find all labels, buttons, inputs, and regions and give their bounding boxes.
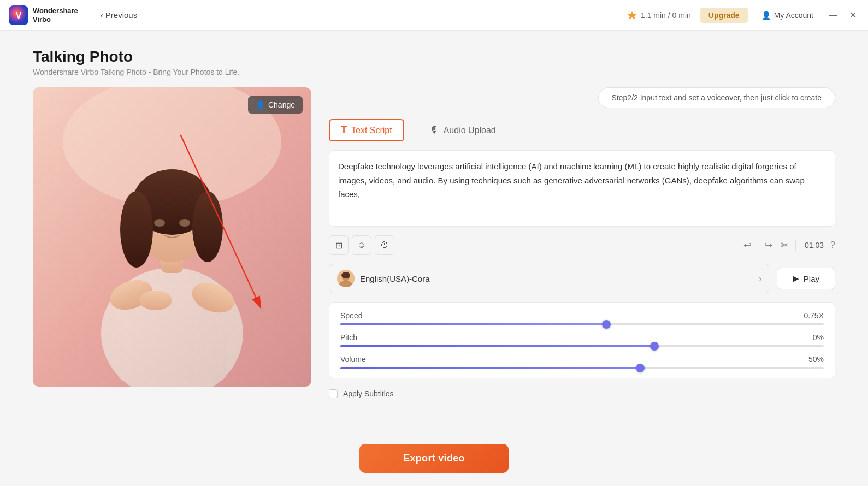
scissor-icon: ✂: [781, 240, 789, 251]
step-indicator: Step2/2 Input text and set a voiceover, …: [598, 87, 835, 108]
svg-point-22: [341, 272, 350, 278]
svg-text:V: V: [16, 11, 22, 20]
usage-area: 1.1 min / 0 min: [627, 10, 691, 21]
undo-icon: ↩: [743, 239, 752, 251]
redo-icon: ↪: [764, 239, 772, 251]
script-text: Deepfake technology leverages artificial…: [338, 159, 826, 201]
export-button[interactable]: Export video: [359, 444, 509, 473]
voice-name: English(USA)-Cora: [360, 274, 753, 283]
timer-icon: ⏱: [380, 240, 389, 250]
speed-slider[interactable]: [340, 323, 824, 325]
svg-point-12: [154, 219, 165, 227]
account-label: My Account: [774, 11, 813, 20]
toolbar-actions: ↩ ↪ ✂ 01:03 ?: [739, 237, 835, 253]
person-icon: 👤: [256, 100, 265, 109]
right-panel: Step2/2 Input text and set a voiceover, …: [329, 87, 835, 435]
account-icon: 👤: [761, 11, 771, 20]
main-content: Talking Photo Wondershare Virbo Talking …: [0, 31, 868, 486]
volume-slider[interactable]: [340, 367, 824, 369]
toolbar-timer-btn[interactable]: ⏱: [375, 235, 394, 255]
toolbar-emoji-btn[interactable]: ☺: [352, 235, 371, 255]
previous-label: Previous: [105, 10, 137, 20]
chevron-left-icon: ‹: [101, 10, 103, 20]
previous-button[interactable]: ‹ Previous: [96, 8, 141, 22]
app-name-line2: Virbo: [33, 15, 78, 24]
toolbar-text-btn[interactable]: ⊡: [329, 235, 349, 255]
photo-image: [33, 87, 311, 387]
clear-button[interactable]: ✂: [781, 239, 789, 251]
close-button[interactable]: ✕: [846, 9, 859, 22]
export-section: Export video: [33, 444, 835, 473]
help-icon[interactable]: ?: [830, 240, 835, 250]
toolbar-divider: [795, 240, 796, 251]
photo-panel: 👤 Change: [33, 87, 311, 435]
svg-point-10: [120, 191, 153, 268]
change-button[interactable]: 👤 Change: [248, 96, 303, 114]
subtitles-checkbox[interactable]: [329, 389, 338, 398]
toolbar-row: ⊡ ☺ ⏱ ↩ ↪ ✂: [329, 235, 835, 255]
page-subtitle: Wondershare Virbo Talking Photo - Bring …: [33, 68, 835, 76]
text-format-icon: ⊡: [335, 240, 343, 251]
volume-slider-row: Volume 50%: [340, 355, 824, 369]
pitch-slider-row: Pitch 0%: [340, 333, 824, 347]
play-icon: ▶: [793, 274, 799, 283]
tab-text-script[interactable]: T Text Script: [329, 119, 404, 141]
app-name-line1: Wondershare: [33, 7, 78, 15]
mic-icon: 🎙: [429, 125, 439, 136]
emoji-icon: ☺: [357, 240, 366, 250]
audio-upload-label: Audio Upload: [444, 126, 496, 135]
page-header: Talking Photo Wondershare Virbo Talking …: [33, 48, 835, 76]
voice-avatar-image: [337, 270, 355, 287]
svg-marker-2: [628, 11, 636, 20]
usage-icon: [627, 10, 637, 21]
text-icon: T: [341, 125, 347, 136]
page-title: Talking Photo: [33, 48, 835, 66]
usage-text: 1.1 min / 0 min: [641, 11, 691, 20]
logo-area: V Wondershare Virbo: [9, 5, 78, 25]
volume-label: Volume: [340, 355, 366, 364]
time-display: 01:03: [805, 241, 824, 250]
chevron-right-icon: ›: [759, 273, 762, 285]
text-script-label: Text Script: [351, 126, 392, 135]
content-area: 👤 Change Step2/2 Input text and set a vo…: [33, 87, 835, 435]
voice-avatar: [337, 270, 355, 287]
change-label: Change: [268, 100, 295, 109]
sliders-section: Speed 0.75X Pitch 0%: [329, 302, 835, 378]
undo-button[interactable]: ↩: [739, 237, 755, 253]
pitch-label: Pitch: [340, 333, 357, 342]
upgrade-button[interactable]: Upgrade: [700, 8, 748, 23]
tabs-row: T Text Script 🎙 Audio Upload: [329, 119, 835, 141]
app-logo-icon: V: [9, 5, 28, 25]
subtitles-row: Apply Subtitles: [329, 389, 835, 398]
window-controls: — ✕: [826, 9, 859, 22]
volume-value: 50%: [808, 355, 824, 364]
text-script-area[interactable]: Deepfake technology leverages artificial…: [329, 150, 835, 227]
voice-selector[interactable]: English(USA)-Cora ›: [329, 264, 770, 293]
speed-value: 0.75X: [804, 311, 824, 320]
account-button[interactable]: 👤 My Account: [757, 9, 818, 22]
speed-slider-row: Speed 0.75X: [340, 311, 824, 325]
play-button[interactable]: ▶ Play: [777, 268, 835, 289]
play-label: Play: [804, 274, 819, 283]
voice-row: English(USA)-Cora › ▶ Play: [329, 264, 835, 293]
subtitles-label: Apply Subtitles: [343, 389, 394, 398]
titlebar-divider: [87, 7, 87, 23]
svg-point-11: [192, 191, 223, 262]
svg-point-16: [139, 291, 172, 310]
minimize-button[interactable]: —: [826, 9, 840, 22]
photo-container: 👤 Change: [33, 87, 311, 387]
pitch-slider[interactable]: [340, 345, 824, 347]
tab-audio-upload[interactable]: 🎙 Audio Upload: [417, 119, 508, 141]
redo-button[interactable]: ↪: [760, 237, 776, 253]
titlebar: V Wondershare Virbo ‹ Previous 1.1 min /…: [0, 0, 868, 31]
svg-point-13: [179, 219, 190, 227]
speed-label: Speed: [340, 311, 362, 320]
pitch-value: 0%: [813, 333, 824, 342]
